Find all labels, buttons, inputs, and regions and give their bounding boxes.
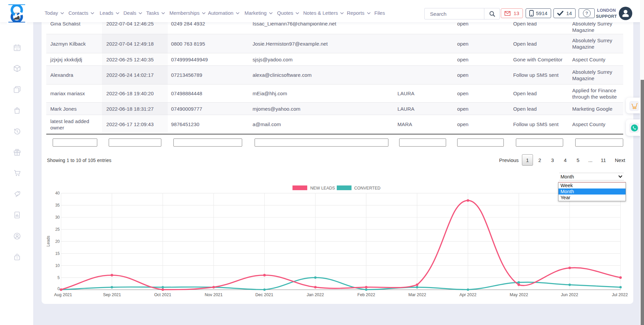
svg-text:Leads: Leads [46,236,51,247]
svg-text:CONVERTED: CONVERTED [354,186,380,191]
svg-text:NEW LEADS: NEW LEADS [310,186,335,191]
